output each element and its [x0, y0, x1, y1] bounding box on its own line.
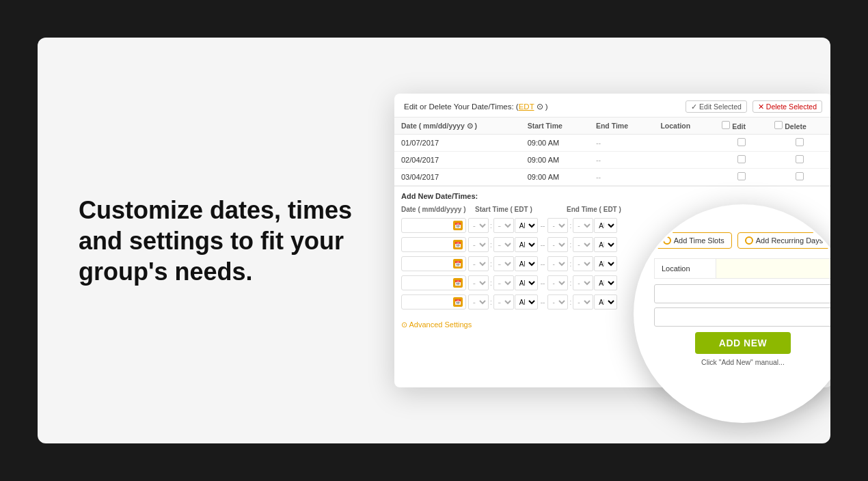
- end-time-group-5: -- : -- AMPM: [547, 294, 617, 310]
- start-min-4[interactable]: --: [493, 275, 514, 290]
- col-start: Start Time: [521, 118, 589, 135]
- end-hour-5[interactable]: --: [547, 294, 568, 310]
- add-timeslots-button[interactable]: Add Time Slots: [655, 232, 732, 249]
- start-min-2[interactable]: --: [493, 237, 514, 252]
- end-min-5[interactable]: --: [573, 294, 593, 310]
- date-input-5[interactable]: 📅: [401, 294, 466, 310]
- end-min-4[interactable]: --: [573, 275, 593, 290]
- location-input-area[interactable]: [716, 258, 830, 279]
- col-header-start: Start Time ( EDT ): [475, 206, 564, 213]
- click-text: Click "Add New" manual...: [701, 358, 785, 366]
- end-hour-3[interactable]: --: [547, 256, 568, 271]
- start-ampm-3[interactable]: AMPM: [515, 256, 538, 271]
- start-ampm-4[interactable]: AMPM: [515, 275, 538, 290]
- date-cell: 03/04/2017: [394, 169, 521, 186]
- date-cell: 01/07/2017: [394, 135, 521, 152]
- end-ampm-4[interactable]: AMPM: [594, 275, 617, 290]
- add-new-button[interactable]: ADD NEW: [695, 332, 791, 354]
- start-time-group-1: -- : -- AMPM: [468, 218, 538, 233]
- app-topbar: Edit or Delete Your Date/Times: (EDT ⊙ )…: [394, 94, 830, 118]
- edit-selected-button[interactable]: ✓ Edit Selected: [686, 100, 747, 113]
- end-min-2[interactable]: --: [573, 237, 593, 252]
- delete-checkbox-cell[interactable]: [768, 135, 830, 152]
- headline: Customize dates, times and settings to f…: [79, 195, 353, 287]
- calendar-icon-2: 📅: [453, 240, 463, 249]
- end-ampm-2[interactable]: AMPM: [594, 237, 617, 252]
- start-hour-5[interactable]: --: [468, 294, 489, 310]
- app-topbar-title: Edit or Delete Your Date/Times: (EDT ⊙ ): [404, 102, 548, 111]
- start-hour-1[interactable]: --: [468, 218, 489, 233]
- mag-inner: Add Time Slots Add Recurring Days Locati…: [654, 225, 830, 366]
- recurring-icon: [745, 236, 753, 245]
- delete-checkbox-cell[interactable]: [768, 169, 830, 186]
- edt-link[interactable]: EDT: [519, 102, 534, 111]
- location-row: Location: [654, 258, 830, 279]
- edit-checkbox-cell[interactable]: [715, 135, 768, 152]
- edit-checkbox-cell[interactable]: [715, 152, 768, 169]
- dash-sep-3: --: [540, 260, 546, 268]
- end-ampm-5[interactable]: AMPM: [594, 294, 617, 310]
- end-cell: --: [589, 152, 653, 169]
- date-input-3[interactable]: 📅: [401, 256, 466, 271]
- delete-checkbox-cell[interactable]: [768, 152, 830, 169]
- start-ampm-2[interactable]: AMPM: [515, 237, 538, 252]
- location-label: Location: [654, 258, 716, 279]
- dates-table: Date ( mm/dd/yyyy ⊙ ) Start Time End Tim…: [394, 118, 830, 186]
- dash-sep-2: --: [540, 241, 546, 249]
- location-long-input[interactable]: [654, 307, 830, 327]
- headline-line2: and settings to fit your: [79, 227, 344, 255]
- calendar-icon: 📅: [453, 221, 463, 230]
- end-cell: --: [589, 135, 653, 152]
- table-row: 03/04/2017 09:00 AM --: [394, 169, 830, 186]
- mag-buttons: Add Time Slots Add Recurring Days: [655, 232, 830, 249]
- end-min-1[interactable]: --: [573, 218, 593, 233]
- dash-sep-5: --: [540, 299, 546, 306]
- start-min-5[interactable]: --: [493, 294, 514, 310]
- topbar-title-text: Edit or Delete Your Date/Times:: [404, 102, 514, 111]
- calendar-icon-5: 📅: [453, 297, 463, 307]
- date-input-4[interactable]: 📅: [401, 275, 466, 290]
- start-cell: 09:00 AM: [521, 135, 589, 152]
- location-cell: [653, 152, 715, 169]
- end-time-group-2: -- : -- AMPM: [547, 237, 617, 252]
- start-min-1[interactable]: --: [493, 218, 514, 233]
- headline-line1: Customize dates, times: [79, 196, 352, 224]
- edit-checkbox-cell[interactable]: [715, 169, 768, 186]
- start-hour-2[interactable]: --: [468, 237, 489, 252]
- start-hour-3[interactable]: --: [468, 256, 489, 271]
- col-end: End Time: [589, 118, 653, 135]
- location-text-input[interactable]: [654, 284, 830, 303]
- col-header-date: Date ( mm/dd/yyyy ): [401, 206, 470, 213]
- col-date: Date ( mm/dd/yyyy ⊙ ): [394, 118, 521, 135]
- start-ampm-5[interactable]: AMPM: [515, 294, 538, 310]
- end-min-3[interactable]: --: [573, 256, 593, 271]
- end-cell: --: [589, 169, 653, 186]
- end-hour-1[interactable]: --: [547, 218, 568, 233]
- start-time-group-3: -- : -- AMPM: [468, 256, 538, 271]
- end-ampm-3[interactable]: AMPM: [594, 256, 617, 271]
- start-hour-4[interactable]: --: [468, 275, 489, 290]
- location-cell: [653, 135, 715, 152]
- advanced-settings-label: ⊙ Advanced Settings: [401, 320, 472, 329]
- add-timeslots-label: Add Time Slots: [674, 236, 724, 245]
- start-ampm-1[interactable]: AMPM: [515, 218, 538, 233]
- date-input-1[interactable]: 📅: [401, 218, 466, 233]
- end-ampm-1[interactable]: AMPM: [594, 218, 617, 233]
- end-hour-4[interactable]: --: [547, 275, 568, 290]
- right-section: Edit or Delete Your Date/Times: (EDT ⊙ )…: [394, 38, 830, 443]
- topbar-actions: ✓ Edit Selected ✕ Delete Selected: [686, 100, 822, 113]
- start-time-group-4: -- : -- AMPM: [468, 275, 538, 290]
- col-location: Location: [653, 118, 715, 135]
- add-recurring-button[interactable]: Add Recurring Days: [737, 232, 830, 249]
- col-delete-header: Delete: [768, 118, 830, 135]
- start-min-3[interactable]: --: [493, 256, 514, 271]
- start-time-group-2: -- : -- AMPM: [468, 237, 538, 252]
- delete-selected-button[interactable]: ✕ Delete Selected: [752, 100, 822, 113]
- end-time-group-4: -- : -- AMPM: [547, 275, 617, 290]
- date-input-2[interactable]: 📅: [401, 237, 466, 252]
- col-header-end: End Time ( EDT ): [567, 206, 649, 213]
- location-cell: [653, 169, 715, 186]
- end-time-group-3: -- : -- AMPM: [547, 256, 617, 271]
- calendar-icon-3: 📅: [453, 259, 463, 269]
- end-hour-2[interactable]: --: [547, 237, 568, 252]
